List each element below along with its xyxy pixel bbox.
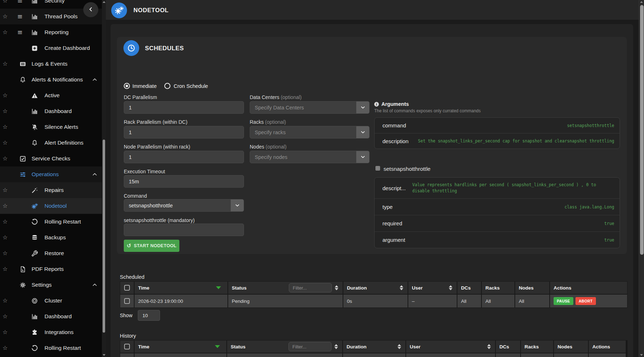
sidebar-item-restore[interactable]: ☆Restore: [0, 245, 102, 261]
sidebar-item-alert-definitions[interactable]: ☆Alert Definitions: [0, 135, 102, 151]
sidebar-scrollbar[interactable]: [102, 0, 106, 357]
sidebar-item-pdf-reports[interactable]: ☆PDF Reports: [0, 261, 102, 277]
col-header-racks[interactable]: Racks: [482, 282, 514, 294]
sort-desc-icon[interactable]: [216, 286, 221, 289]
sort-icon[interactable]: [335, 285, 338, 290]
sidebar-item-create-dashboard[interactable]: Create Dashboard: [0, 40, 102, 56]
sidebar-item-integrations[interactable]: ☆Integrations: [0, 324, 102, 340]
cron-schedule-radio[interactable]: [164, 83, 170, 89]
sidebar-item-rolling-restart[interactable]: ☆Rolling Restart: [0, 340, 102, 356]
sort-icon[interactable]: [487, 344, 491, 349]
start-nodetool-button[interactable]: ↺ START NODETOOL: [124, 240, 179, 252]
sidebar-item-cluster[interactable]: ☆Cluster: [0, 293, 102, 309]
chevron-up-icon[interactable]: [92, 77, 98, 83]
star-icon[interactable]: ☆: [3, 250, 8, 256]
immediate-radio-label[interactable]: Immediate: [132, 83, 157, 89]
col-header-nodes[interactable]: Nodes: [554, 340, 588, 353]
sidebar-item-settings[interactable]: Settings: [0, 277, 102, 293]
scroll-down-arrow-icon[interactable]: [103, 354, 105, 356]
command-select[interactable]: setsnapshotthrottle: [124, 199, 244, 212]
sidebar-scrollbar-thumb[interactable]: [103, 140, 105, 333]
immediate-radio[interactable]: [124, 83, 130, 89]
sort-icon[interactable]: [334, 344, 338, 349]
show-count-input[interactable]: [138, 310, 160, 321]
page-scrollbar-thumb[interactable]: [640, 5, 644, 255]
star-icon[interactable]: ☆: [3, 203, 8, 209]
star-icon[interactable]: ☆: [3, 235, 8, 240]
sort-icon[interactable]: [400, 285, 403, 290]
star-icon[interactable]: ☆: [3, 14, 8, 19]
data-centers-select[interactable]: Specify Data Centers: [250, 101, 370, 114]
node-parallelism-input[interactable]: [124, 151, 244, 163]
select-all-checkbox[interactable]: [124, 285, 130, 291]
chevron-down-icon[interactable]: [356, 126, 369, 138]
dc-parallelism-input[interactable]: [124, 101, 244, 114]
sort-icon[interactable]: [398, 344, 401, 349]
sidebar-item-alerts-notifications[interactable]: Alerts & Notifications: [0, 72, 102, 88]
scroll-up-arrow-icon[interactable]: [103, 1, 105, 3]
col-header-user[interactable]: User: [406, 340, 495, 353]
star-icon[interactable]: ☆: [3, 124, 8, 130]
scroll-up-arrow-icon[interactable]: [640, 1, 643, 3]
sidebar-item-dashboard[interactable]: ☆Dashboard: [0, 309, 102, 324]
chevron-down-icon[interactable]: [356, 102, 369, 113]
sort-icon[interactable]: [449, 285, 452, 290]
star-icon[interactable]: ☆: [3, 329, 8, 335]
chevron-down-icon[interactable]: [356, 151, 369, 163]
star-icon[interactable]: ☆: [3, 0, 8, 4]
sidebar-item-dashboard[interactable]: ☆Dashboard: [0, 103, 102, 119]
col-header-time[interactable]: Time: [135, 282, 227, 294]
select-all-checkbox[interactable]: [124, 344, 130, 349]
col-header-dcs[interactable]: DCs: [496, 340, 520, 353]
sidebar-item-operations[interactable]: Operations: [0, 166, 102, 182]
pause-button[interactable]: PAUSE: [554, 297, 573, 305]
col-header-status[interactable]: Status: [227, 340, 342, 353]
page-scrollbar[interactable]: [639, 0, 644, 357]
mandatory-arg-input[interactable]: [124, 224, 244, 236]
star-icon[interactable]: ☆: [3, 108, 8, 114]
star-icon[interactable]: ☆: [3, 187, 8, 193]
sidebar-item-backups[interactable]: ☆Backups: [0, 230, 102, 245]
col-header-duration[interactable]: Duration: [343, 282, 408, 294]
drag-handle-icon[interactable]: ≡: [17, 0, 23, 4]
col-header-status[interactable]: Status: [228, 282, 343, 294]
sidebar-item-repairs[interactable]: ☆Repairs: [0, 182, 102, 198]
sidebar-item-reporting[interactable]: ☆≡Reporting: [0, 24, 102, 40]
racks-select[interactable]: Specify racks: [250, 126, 370, 138]
star-icon[interactable]: ☆: [3, 156, 8, 161]
col-header-user[interactable]: User: [408, 282, 457, 294]
sidebar-item-nodetool[interactable]: ☆Nodetool: [0, 198, 102, 214]
col-header-time[interactable]: Time: [135, 340, 226, 353]
drag-handle-icon[interactable]: ≡: [17, 13, 23, 20]
col-header-duration[interactable]: Duration: [343, 340, 405, 353]
star-icon[interactable]: ☆: [3, 29, 8, 35]
rack-parallelism-input[interactable]: [124, 126, 244, 138]
star-icon[interactable]: ☆: [3, 266, 8, 272]
col-header-racks[interactable]: Racks: [521, 340, 553, 353]
sidebar-item-logs-events[interactable]: ☆Logs & Events: [0, 56, 102, 72]
sidebar-collapse-button[interactable]: [83, 2, 98, 17]
sidebar-item-active[interactable]: ☆Active: [0, 88, 102, 103]
star-icon[interactable]: ☆: [3, 61, 8, 67]
chevron-up-icon[interactable]: [92, 282, 98, 288]
row-checkbox[interactable]: [124, 298, 130, 304]
sidebar-item-silence-alerts[interactable]: ☆Silence Alerts: [0, 119, 102, 135]
star-icon[interactable]: ☆: [3, 345, 8, 351]
col-header-nodes[interactable]: Nodes: [515, 282, 549, 294]
drag-handle-icon[interactable]: ≡: [17, 29, 23, 36]
status-filter-input[interactable]: [289, 283, 332, 292]
cron-schedule-radio-label[interactable]: Cron Schedule: [174, 83, 208, 89]
sidebar-item-service-checks[interactable]: ☆Service Checks: [0, 151, 102, 166]
star-icon[interactable]: ☆: [3, 298, 8, 304]
sidebar-item-rolling-restart[interactable]: ☆Rolling Restart: [0, 214, 102, 230]
col-header-dcs[interactable]: DCs: [457, 282, 481, 294]
chevron-down-icon[interactable]: [231, 199, 244, 211]
col-header-actions[interactable]: Actions: [550, 282, 627, 294]
star-icon[interactable]: ☆: [3, 140, 8, 146]
abort-button[interactable]: ABORT: [575, 297, 596, 305]
status-filter-input[interactable]: [288, 342, 332, 351]
star-icon[interactable]: ☆: [3, 314, 8, 319]
chevron-up-icon[interactable]: [92, 172, 98, 177]
star-icon[interactable]: ☆: [3, 93, 8, 98]
sort-desc-icon[interactable]: [215, 345, 220, 348]
